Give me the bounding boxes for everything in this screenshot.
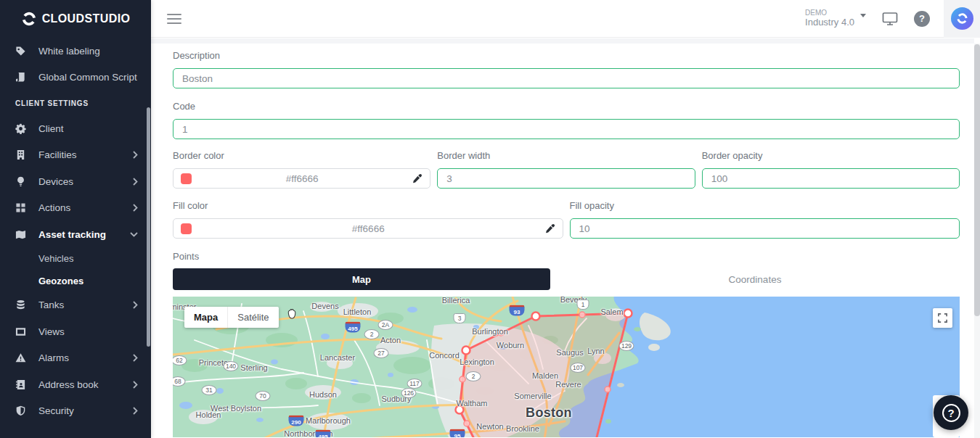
tab-map[interactable]: Map	[173, 268, 550, 290]
polygon-vertex-handle[interactable]	[456, 406, 464, 414]
support-chat-button[interactable]: ?	[934, 395, 968, 430]
border-opacity-label: Border opacity	[702, 150, 960, 162]
chevron-right-icon	[133, 354, 138, 362]
points-tabs: Map Coordinates	[173, 268, 960, 290]
border-opacity-input[interactable]	[702, 168, 960, 189]
chevron-right-icon	[133, 204, 138, 212]
description-label: Description	[173, 50, 960, 62]
sidebar-item-label: Vehicles	[38, 253, 73, 264]
fill-color-picker[interactable]: #ff6666	[173, 218, 563, 239]
sidebar-item-asset-tracking[interactable]: Asset tracking	[0, 221, 151, 248]
chevron-down-icon	[130, 232, 138, 237]
grid-icon	[15, 202, 28, 213]
user-avatar-panel[interactable]	[944, 0, 980, 38]
gear-icon	[15, 123, 28, 134]
script-icon	[15, 72, 28, 83]
views-icon	[15, 326, 28, 337]
border-width-input[interactable]	[437, 168, 695, 189]
border-color-value: #ff6666	[192, 173, 412, 184]
fill-opacity-label: Fill opacity	[570, 200, 960, 212]
content-top-strip	[151, 38, 974, 44]
avatar	[951, 7, 973, 30]
code-input[interactable]	[173, 119, 960, 139]
code-label: Code	[173, 101, 960, 112]
sidebar-item-client[interactable]: Client	[0, 115, 151, 142]
app-title: CLOUDSTUDIO	[42, 12, 131, 25]
tab-coordinates[interactable]: Coordinates	[550, 268, 960, 290]
map-type-control: Mapa Satélite	[184, 307, 279, 328]
map-icon	[15, 229, 28, 240]
page-scrollbar-thumb[interactable]	[974, 44, 980, 316]
sidebar-item-label: Devices	[38, 176, 73, 187]
sidebar-item-label: Facilities	[38, 149, 77, 160]
polygon-vertex-handle[interactable]	[532, 313, 540, 321]
tank-icon	[15, 299, 28, 310]
polygon-midpoint-handle[interactable]	[579, 312, 585, 318]
border-color-label: Border color	[173, 150, 430, 162]
sidebar-item-label: Geozones	[38, 276, 83, 286]
bulb-icon	[15, 176, 28, 187]
cloudstudio-logo-icon	[21, 11, 37, 27]
tenant-name-label: Industry 4.0	[805, 17, 854, 28]
chevron-down-icon	[860, 14, 866, 17]
app-logo[interactable]: CLOUDSTUDIO	[0, 0, 151, 38]
sidebar-scrollbar[interactable]	[147, 107, 150, 347]
building-icon	[15, 149, 28, 160]
map-type-map-button[interactable]: Mapa	[184, 307, 227, 328]
map-type-satellite-button[interactable]: Satélite	[227, 307, 278, 328]
page-scrollbar[interactable]	[974, 44, 980, 438]
sidebar-item-security[interactable]: Security	[0, 398, 151, 425]
sidebar-item-white-labeling[interactable]: White labeling	[0, 38, 151, 65]
fill-color-swatch	[181, 223, 192, 234]
sidebar-item-label: Tanks	[38, 299, 64, 310]
chevron-right-icon	[133, 407, 138, 415]
sidebar-item-geozones[interactable]: Geozones	[0, 270, 151, 292]
alarm-icon	[15, 352, 28, 363]
hand-cursor-icon	[285, 307, 296, 323]
geozone-map[interactable]: WestminsterDevensLittletonBillericaBever…	[173, 297, 960, 437]
polygon-midpoint-handle[interactable]	[605, 387, 611, 392]
addressbook-icon	[15, 379, 28, 390]
sidebar-item-address-book[interactable]: Address book	[0, 371, 151, 398]
chevron-right-icon	[133, 178, 138, 186]
sidebar-item-tanks[interactable]: Tanks	[0, 292, 151, 319]
eyedropper-icon[interactable]	[545, 223, 555, 234]
polygon-midpoint-handle[interactable]	[460, 376, 465, 382]
polygon-midpoint-handle[interactable]	[464, 421, 470, 426]
sidebar: CLOUDSTUDIO White labelingGlobal Common …	[0, 0, 151, 438]
polygon-vertex-handle[interactable]	[624, 310, 632, 318]
sidebar-item-label: Global Common Script	[38, 72, 137, 83]
chevron-right-icon	[133, 151, 138, 159]
fullscreen-button[interactable]	[933, 308, 952, 328]
sidebar-item-label: Alarms	[38, 352, 69, 363]
sidebar-item-views[interactable]: Views	[0, 318, 151, 345]
sidebar-item-actions[interactable]: Actions	[0, 195, 151, 222]
description-input[interactable]	[173, 68, 960, 88]
sidebar-item-facilities[interactable]: Facilities	[0, 142, 151, 169]
eyedropper-icon[interactable]	[412, 173, 422, 183]
sidebar-section-label: CLIENT SETTINGS	[0, 91, 151, 115]
sidebar-item-label: Security	[38, 405, 74, 416]
sidebar-item-vehicles[interactable]: Vehicles	[0, 248, 151, 270]
sidebar-item-alarms[interactable]: Alarms	[0, 345, 151, 372]
polygon-vertex-handle[interactable]	[462, 347, 470, 355]
fill-opacity-input[interactable]	[570, 218, 960, 239]
sidebar-item-global-common-script[interactable]: Global Common Script	[0, 65, 151, 91]
polygon-midpoint-handle[interactable]	[498, 330, 504, 336]
sidebar-item-label: Asset tracking	[38, 229, 106, 240]
sidebar-item-devices[interactable]: Devices	[0, 168, 151, 195]
menu-toggle-icon[interactable]	[167, 11, 181, 27]
fill-color-value: #ff6666	[192, 223, 545, 234]
fill-color-label: Fill color	[173, 200, 563, 212]
border-width-label: Border width	[437, 150, 695, 162]
tenant-selector[interactable]: DEMO Industry 4.0	[805, 9, 854, 28]
tag-icon	[15, 46, 28, 57]
shield-icon	[15, 405, 28, 416]
border-color-picker[interactable]: #ff6666	[173, 168, 430, 189]
chevron-right-icon	[133, 301, 138, 309]
monitor-icon[interactable]	[882, 12, 898, 26]
sidebar-item-label: Views	[38, 326, 65, 337]
main-content: Description Code Border color Border wid…	[151, 38, 974, 438]
help-icon[interactable]: ?	[914, 11, 930, 27]
sidebar-item-label: White labeling	[38, 46, 100, 57]
